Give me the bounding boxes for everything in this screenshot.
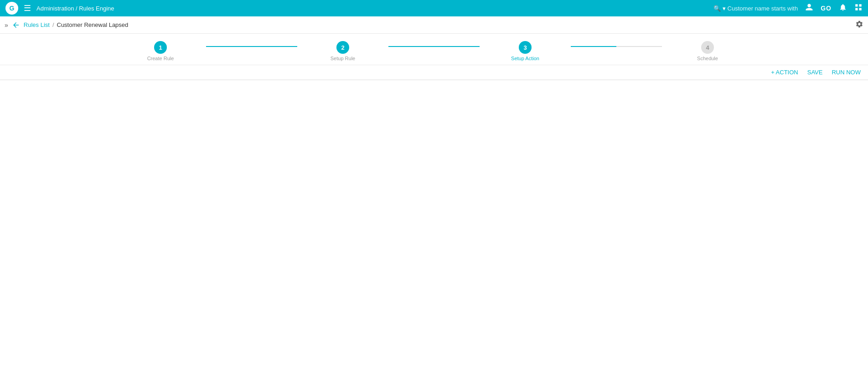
stepper: 1 Create Rule 2 Setup Rule 3 Setup Actio… [115,41,753,61]
grid-icon[interactable] [854,3,863,13]
search-bar[interactable]: 🔍 ▾ Customer name starts with [713,5,798,12]
main-content-area [0,80,868,354]
settings-icon[interactable] [855,20,863,30]
back-button[interactable] [12,21,20,29]
step-4-circle: 4 [701,41,714,54]
step-line-3 [571,46,662,47]
menu-icon[interactable]: ☰ [24,3,31,13]
step-4-label: Schedule [697,56,718,61]
breadcrumb-separator: / [52,21,54,28]
bell-icon[interactable] [839,3,847,13]
user-icon[interactable] [805,3,813,13]
step-line-2 [388,46,480,47]
step-2-label: Setup Rule [331,56,355,61]
stepper-container: 1 Create Rule 2 Setup Rule 3 Setup Actio… [0,34,868,65]
app-logo[interactable]: G [5,2,18,15]
search-text: Customer name starts with [728,5,798,12]
step-1-label: Create Rule [147,56,174,61]
search-icon: 🔍 [713,5,721,12]
step-4[interactable]: 4 Schedule [662,41,753,61]
step-3[interactable]: 3 Setup Action [480,41,571,61]
step-3-label: Setup Action [511,56,539,61]
app-title: Administration / Rules Engine [36,5,708,12]
topbar-right: 🔍 ▾ Customer name starts with GO [713,3,863,13]
toolbar: + ACTION SAVE RUN NOW [0,65,868,80]
run-now-button[interactable]: RUN NOW [832,69,861,76]
breadcrumb-current-page: Customer Renewal Lapsed [57,21,129,28]
step-3-circle: 3 [519,41,532,54]
breadcrumb-bar: » Rules List / Customer Renewal Lapsed [0,16,868,34]
search-caret-icon: ▾ [723,5,726,12]
breadcrumb: Rules List / Customer Renewal Lapsed [24,21,129,28]
save-button[interactable]: SAVE [807,69,823,76]
go-button[interactable]: GO [821,5,832,12]
step-1[interactable]: 1 Create Rule [115,41,206,61]
sidebar-expand-icon[interactable]: » [5,21,8,29]
step-line-1 [206,46,297,47]
add-action-button[interactable]: + ACTION [771,69,798,76]
breadcrumb-rules-list[interactable]: Rules List [24,21,50,28]
step-2[interactable]: 2 Setup Rule [297,41,388,61]
step-2-circle: 2 [336,41,349,54]
topbar: G ☰ Administration / Rules Engine 🔍 ▾ Cu… [0,0,868,16]
step-1-circle: 1 [154,41,167,54]
